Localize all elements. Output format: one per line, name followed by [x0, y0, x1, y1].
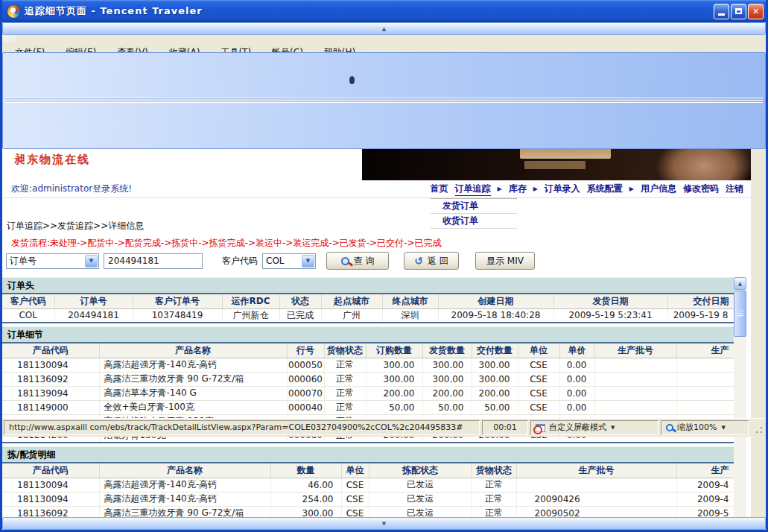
table-cell: 高露洁超强牙膏-140克-高钙: [99, 478, 270, 492]
nav-item[interactable]: 订单追踪: [455, 183, 491, 196]
user-bar: 欢迎:administrator登录系统! 首页订单追踪▶库存▶订单录入系统配置…: [2, 180, 751, 198]
table-cell: 000040: [287, 400, 324, 414]
zoom-icon: [666, 424, 673, 431]
table-cell: 0.00: [559, 386, 594, 400]
nav-item[interactable]: 订单录入: [545, 183, 580, 195]
table-cell: 广州新仓: [222, 308, 279, 323]
table-header-row: 产品代码产品名称行号货物状态订购数量发货数量交付数量单位单价生产批号生产: [2, 343, 734, 358]
nav-item[interactable]: 首页: [431, 183, 448, 195]
nav-item[interactable]: 系统配置: [587, 183, 623, 195]
table-cell: CSE: [518, 386, 559, 400]
column-header: 行号: [287, 343, 324, 358]
column-header: 产品代码: [2, 463, 99, 478]
table-cell: CSE: [518, 358, 559, 372]
table-row: 181139094高露洁草本牙膏-140 G000070正常200.00200.…: [2, 386, 734, 400]
table-row: COL204494181103748419广州新仓已完成广州深圳2009-5-1…: [2, 308, 734, 323]
table-cell: 高露洁超强牙膏-140克-高钙: [99, 492, 270, 506]
customer-code-value: COL: [263, 256, 301, 266]
column-header: 生产批号: [516, 463, 676, 478]
query-button[interactable]: 查 询: [326, 252, 389, 270]
column-header: 订购数量: [366, 343, 422, 358]
table-cell: 2009-4: [676, 492, 734, 506]
order-header-table: 客户代码订单号客户订单号运作RDC状态起点城市终点城市创建日期发货日期交付日期C…: [2, 293, 734, 323]
table-row: 181130094高露洁超强牙膏-140克-高钙000050正常300.0030…: [2, 358, 734, 372]
status-url: http://www.aspxaill com/ebs/track/TrackD…: [4, 420, 480, 435]
status-bar: http://www.aspxaill com/ebs/track/TrackD…: [2, 418, 766, 437]
title-bar: 追踪细节页面 - Tencent Traveler ✕: [0, 0, 768, 22]
customer-code-select[interactable]: COL ▼: [262, 253, 316, 269]
field-type-select[interactable]: 订单号 ▼: [6, 253, 99, 269]
table-cell: 103748419: [133, 308, 222, 323]
column-header: 订单号: [54, 294, 133, 308]
table-cell: [594, 358, 676, 372]
submenu-item-receive-order[interactable]: 收货订单: [431, 214, 517, 229]
column-header: 单位: [518, 343, 559, 358]
table-cell: CSE: [518, 400, 559, 414]
browser-window: 追踪细节页面 - Tencent Traveler ✕ 文件(F)编辑(E)查看…: [0, 0, 768, 532]
table-cell: 广州: [321, 308, 382, 323]
top-nav: 首页订单追踪▶库存▶订单录入系统配置▶用户信息修改密码注销: [431, 183, 743, 196]
table-row: 181130094高露洁超强牙膏-140克-高钙46.00CSE已发运正常200…: [2, 478, 734, 492]
column-header: 货物状态: [324, 343, 366, 358]
scroll-up-button[interactable]: ▲: [2, 22, 766, 35]
submenu-item-ship-order[interactable]: 发货订单: [431, 199, 517, 214]
table-cell: 000060: [287, 372, 324, 386]
table-cell: 已发运: [369, 478, 472, 492]
nav-item[interactable]: 用户信息: [641, 183, 676, 195]
table-cell: [676, 372, 734, 386]
scrollbar-thumb[interactable]: [2, 52, 766, 149]
page-content: 昶东物流在线 欢迎:administrator登录系统! 首页订单追踪▶库存▶订…: [2, 138, 751, 532]
table-cell: [594, 400, 676, 414]
table-cell: 高露洁超强牙膏-140克-高钙: [99, 358, 287, 372]
block-mode-icon: [536, 424, 545, 432]
table-header-row: 客户代码订单号客户订单号运作RDC状态起点城市终点城市创建日期发货日期交付日期: [2, 294, 734, 308]
resize-grip[interactable]: [752, 422, 764, 435]
nav-item[interactable]: 修改密码: [683, 183, 719, 195]
table-cell: 正常: [324, 400, 366, 414]
column-header: 创建日期: [438, 294, 553, 308]
scroll-down-button[interactable]: ▼: [2, 517, 766, 530]
chevron-right-icon: ▶: [629, 186, 634, 192]
table-cell: 000070: [287, 386, 324, 400]
table-cell: 181139094: [2, 386, 99, 400]
table-row: 181136092高露洁三重功效牙膏 90 G-72支/箱000060正常300…: [2, 372, 734, 386]
order-no-input[interactable]: [104, 253, 203, 269]
table-cell: [676, 400, 734, 414]
table-cell: 181130094: [2, 358, 99, 372]
query-label: 查 询: [354, 255, 375, 267]
process-flow-text: 发货流程:未处理->配货中->配货完成->拣货中->拣货完成->装运中->装运完…: [11, 237, 442, 250]
column-header: 发货数量: [422, 343, 472, 358]
table-cell: 已发运: [369, 492, 472, 506]
zoom-control[interactable]: 缩放100% ▼: [661, 420, 749, 435]
close-button[interactable]: ✕: [748, 4, 764, 19]
inner-scrollbar[interactable]: ▲ ▼: [734, 277, 746, 532]
table-cell: 全效+美白牙膏-100克: [99, 400, 287, 414]
table-cell: 181149000: [2, 400, 99, 414]
column-header: 交付数量: [472, 343, 518, 358]
table-cell: 300.00: [366, 372, 422, 386]
return-button[interactable]: ↺ 返 回: [404, 252, 459, 270]
site-logo: 昶东物流在线: [14, 153, 90, 167]
table-cell: 181136092: [2, 372, 99, 386]
show-miv-button[interactable]: 显示 MIV: [475, 252, 535, 270]
chevron-right-icon: ▶: [498, 186, 502, 192]
table-cell: 正常: [472, 478, 516, 492]
table-cell: 000050: [287, 358, 324, 372]
table-cell: 2009-4: [676, 478, 734, 492]
table-cell: [676, 386, 734, 400]
field-type-value: 订单号: [7, 255, 84, 267]
nav-item[interactable]: 注销: [726, 183, 743, 195]
minimize-button[interactable]: [714, 4, 729, 19]
scrollbar-thumb[interactable]: [734, 291, 746, 337]
search-icon: [341, 257, 349, 265]
table-cell: 20090426: [516, 492, 676, 506]
window-title: 追踪细节页面 - Tencent Traveler: [25, 4, 203, 18]
maximize-button[interactable]: [731, 4, 746, 19]
nav-item[interactable]: 库存: [509, 183, 527, 195]
order-track-submenu: 发货订单 收货订单: [431, 198, 517, 229]
block-mode-button[interactable]: 自定义屏蔽模式 ▼: [530, 420, 658, 435]
breadcrumb: 订单追踪>>发货追踪>>详细信息: [7, 220, 144, 232]
table-cell: 300.00: [422, 358, 472, 372]
scroll-up-button[interactable]: ▲: [734, 277, 746, 290]
chevron-right-icon: ▶: [533, 186, 538, 192]
